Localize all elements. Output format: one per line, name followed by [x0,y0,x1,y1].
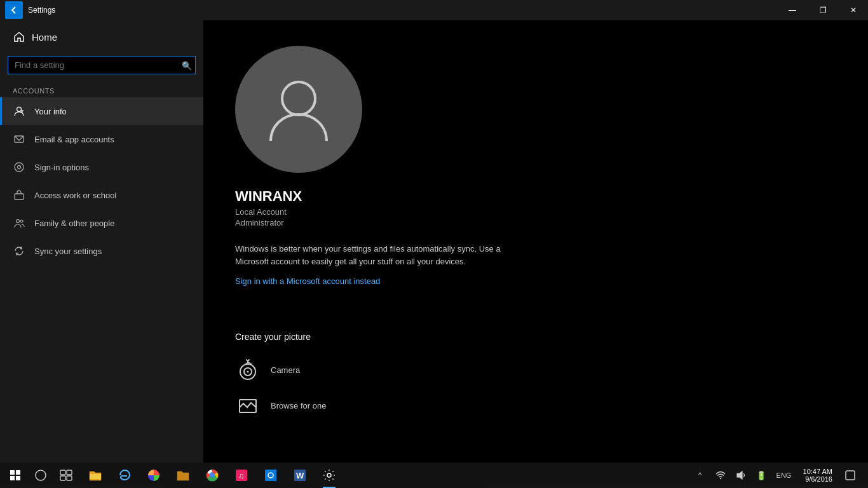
svg-point-9 [282,82,315,115]
taskbar-app-music[interactable]: ♫ [227,463,255,488]
clock-date: 9/6/2016 [805,475,832,483]
svg-rect-19 [16,476,20,480]
svg-rect-30 [265,470,276,481]
sync-icon [13,245,25,257]
svg-rect-22 [67,470,72,475]
taskbar-app-word[interactable]: W [286,463,314,488]
svg-point-4 [15,163,24,172]
taskbar-app-explorer2[interactable] [169,463,197,488]
svg-rect-16 [10,470,15,475]
sidebar-item-family-label: Family & other people [34,219,114,228]
home-nav-item[interactable]: Home [0,20,203,53]
svg-point-14 [247,359,249,361]
volume-icon[interactable] [732,463,750,488]
back-button[interactable] [5,1,23,19]
svg-text:W: W [296,471,304,480]
svg-rect-21 [60,470,65,475]
taskbar-app-chrome[interactable] [198,463,226,488]
search-button[interactable] [28,463,53,488]
search-box: 🔍 [8,56,196,74]
svg-rect-37 [846,471,855,480]
search-icon: 🔍 [182,60,192,70]
sidebar: Home 🔍 Accounts Your info [0,20,203,463]
account-role: Administrator [235,218,836,227]
task-view-button[interactable] [53,463,79,488]
minimize-button[interactable]: — [778,0,807,20]
sidebar-item-access-label: Access work or school [34,191,116,200]
sidebar-item-your-info-label: Your info [34,107,67,116]
svg-rect-24 [67,476,72,480]
svg-point-34 [327,473,331,477]
sign-in-microsoft-link[interactable]: Sign in with a Microsoft account instead [235,276,380,286]
taskbar-apps: ♫ W [79,463,691,488]
taskbar-app-edge[interactable] [111,463,139,488]
clock-time: 10:47 AM [803,468,832,475]
sidebar-item-your-info[interactable]: Your info [0,97,203,125]
close-button[interactable]: ✕ [839,0,868,20]
browse-icon [235,393,261,418]
sidebar-item-sync-settings[interactable]: Sync your settings [0,237,203,265]
svg-point-0 [17,107,22,112]
app-container: Home 🔍 Accounts Your info [0,20,868,463]
camera-option[interactable]: Camera [235,352,836,388]
svg-point-5 [18,166,21,169]
sidebar-item-email-label: Email & app accounts [34,135,114,144]
svg-marker-36 [737,471,742,479]
svg-point-8 [20,220,23,222]
svg-point-12 [247,371,249,373]
sign-in-icon [13,161,25,173]
account-type: Local Account [235,207,836,217]
search-input[interactable] [8,56,196,74]
sidebar-item-access-work-school[interactable]: Access work or school [0,181,203,209]
window-controls: — ❐ ✕ [778,0,868,20]
system-tray: ^ 🔋 ENG 10:47 AM 9/6/2016 [691,463,865,488]
user-avatar[interactable] [235,46,362,173]
taskbar-app-pinwheel[interactable] [140,463,168,488]
svg-rect-23 [60,476,65,480]
email-icon [13,133,25,146]
taskbar-app-file-explorer[interactable] [81,463,109,488]
svg-text:♫: ♫ [238,471,244,480]
home-label: Home [32,32,57,43]
taskbar-app-6[interactable] [257,463,285,488]
accounts-section-label: Accounts [0,82,203,97]
svg-rect-6 [15,194,24,200]
start-button[interactable] [3,463,28,488]
svg-point-20 [36,470,46,480]
browse-label: Browse for one [271,401,326,410]
camera-label: Camera [271,365,300,375]
svg-point-35 [719,478,721,479]
network-icon[interactable] [712,463,729,488]
clock[interactable]: 10:47 AM 9/6/2016 [798,463,837,488]
sidebar-item-email-app-accounts[interactable]: Email & app accounts [0,125,203,153]
home-icon [13,30,25,43]
svg-rect-17 [16,470,20,475]
sidebar-item-sync-label: Sync your settings [34,247,102,256]
work-school-icon [13,189,25,201]
battery-icon[interactable]: 🔋 [752,463,770,488]
svg-rect-18 [10,476,15,480]
window-title: Settings [28,6,863,15]
svg-point-27 [210,473,215,478]
camera-icon [235,357,261,383]
notification-center-button[interactable] [840,463,860,488]
sidebar-item-family-other-people[interactable]: Family & other people [0,209,203,237]
sidebar-item-signin-label: Sign-in options [34,163,89,172]
language-indicator[interactable]: ENG [773,463,796,488]
taskbar-app-settings[interactable] [315,463,343,488]
maximize-button[interactable]: ❐ [808,0,837,20]
your-info-icon [13,105,25,118]
family-icon [13,217,25,229]
title-bar: Settings — ❐ ✕ [0,0,868,20]
main-content: WINRANX Local Account Administrator Wind… [203,20,868,463]
svg-point-7 [17,220,20,223]
tray-chevron[interactable]: ^ [691,463,709,488]
sync-description: Windows is better when your settings and… [235,243,502,268]
username-display: WINRANX [235,188,836,205]
taskbar: ♫ W ^ [0,463,868,488]
browse-option[interactable]: Browse for one [235,388,836,423]
create-picture-heading: Create your picture [235,332,836,342]
sidebar-item-sign-in-options[interactable]: Sign-in options [0,153,203,181]
